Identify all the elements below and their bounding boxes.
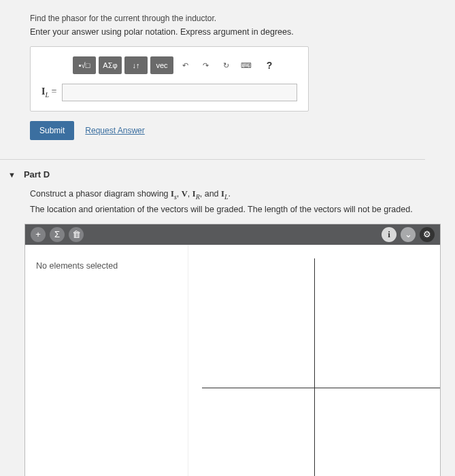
redo-button[interactable]: ↷ <box>197 56 214 74</box>
reset-button[interactable]: ↻ <box>217 56 235 74</box>
submit-button[interactable]: Submit <box>30 121 74 140</box>
settings-button[interactable]: ⚙ <box>420 227 435 242</box>
subscript-button[interactable]: ↓↑ <box>124 56 148 74</box>
expand-button[interactable]: ⌄ <box>401 227 416 242</box>
help-button[interactable]: ? <box>258 56 281 74</box>
phasor-diagram-box: + Σ 🗑 i ⌄ ⚙ No elements selected <box>24 224 441 477</box>
part-d-header[interactable]: ▼ Part D <box>8 160 455 189</box>
add-vector-button[interactable]: + <box>31 227 46 242</box>
instruction-line-1: Find the phasor for the current through … <box>30 14 455 23</box>
equation-toolbar: ▪√□ ΑΣφ ↓↑ vec ↶ ↷ ↻ ⌨ ? <box>73 56 297 74</box>
collapse-caret-icon[interactable]: ▼ <box>8 171 16 179</box>
request-answer-link[interactable]: Request Answer <box>85 126 144 135</box>
answer-box: ▪√□ ΑΣφ ↓↑ vec ↶ ↷ ↻ ⌨ ? IL = <box>30 46 309 112</box>
sum-button[interactable]: Σ <box>50 227 65 242</box>
answer-input[interactable] <box>62 84 297 101</box>
horizontal-axis <box>202 388 440 388</box>
template-button[interactable]: ▪√□ <box>73 56 96 74</box>
greek-button[interactable]: ΑΣφ <box>99 56 122 74</box>
diagram-body: No elements selected <box>25 245 440 477</box>
diagram-toolbar: + Σ 🗑 i ⌄ ⚙ <box>25 224 440 245</box>
equation-label: IL = <box>41 86 56 99</box>
diagram-canvas[interactable] <box>188 245 440 477</box>
submit-row: Submit Request Answer <box>30 121 455 140</box>
keyboard-button[interactable]: ⌨ <box>237 56 255 74</box>
properties-panel: No elements selected <box>25 245 188 477</box>
part-d-instruction-2: The location and orientation of the vect… <box>30 205 455 214</box>
info-button[interactable]: i <box>382 227 397 242</box>
vertical-axis <box>314 258 315 477</box>
part-d-instruction-1: Construct a phasor diagram showing Is, V… <box>30 189 455 201</box>
delete-button[interactable]: 🗑 <box>69 227 84 242</box>
equation-row: IL = <box>41 84 297 101</box>
vec-button[interactable]: vec <box>150 56 173 74</box>
undo-button[interactable]: ↶ <box>176 56 194 74</box>
instruction-line-2: Enter your answer using polar notation. … <box>30 27 455 37</box>
part-title: Part D <box>24 169 50 180</box>
